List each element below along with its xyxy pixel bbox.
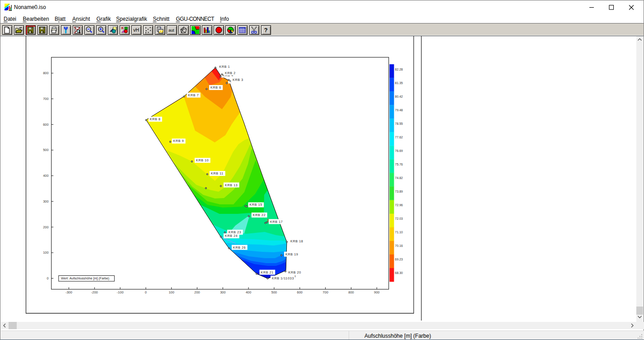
svg-text:KRB 7: KRB 7	[188, 94, 199, 97]
svg-text:300: 300	[43, 199, 49, 203]
svg-text:KRB 10: KRB 10	[196, 159, 209, 162]
svg-text:KRB 20: KRB 20	[289, 271, 301, 274]
svg-text:500: 500	[271, 290, 277, 294]
svg-text:700: 700	[322, 290, 328, 294]
svg-text:100: 100	[168, 290, 174, 294]
svg-text:aut: aut	[168, 28, 174, 33]
svg-text:71.10: 71.10	[395, 231, 403, 234]
svg-text:KRB 2: KRB 2	[225, 71, 236, 74]
svg-text:KRB 26: KRB 26	[233, 246, 246, 249]
svg-text:82.28: 82.28	[395, 68, 403, 71]
svg-text:76.69: 76.69	[395, 149, 403, 152]
svg-text:0: 0	[47, 276, 49, 280]
svg-text:KRB 8: KRB 8	[150, 118, 161, 121]
svg-text:KRB 22: KRB 22	[253, 213, 266, 217]
svg-text:KRB 21: KRB 21	[261, 270, 274, 274]
svg-text:KRB 24: KRB 24	[225, 234, 238, 237]
svg-text:KRB 1/11033: KRB 1/11033	[272, 276, 294, 279]
svg-text:69.23: 69.23	[395, 258, 403, 261]
svg-text:KRB 15: KRB 15	[250, 203, 262, 206]
svg-text:81.35: 81.35	[395, 81, 403, 85]
svg-text:3: 3	[294, 275, 296, 278]
svg-text:75.76: 75.76	[395, 163, 403, 166]
svg-text:-100: -100	[117, 290, 124, 294]
svg-text:200: 200	[194, 290, 200, 294]
svg-text:KRB 6: KRB 6	[210, 86, 221, 89]
svg-text:73.89: 73.89	[395, 190, 403, 193]
svg-text:700: 700	[43, 97, 49, 101]
svg-text:100: 100	[43, 250, 49, 255]
svg-text:72.96: 72.96	[395, 203, 403, 207]
svg-text:KRB 3: KRB 3	[233, 78, 243, 81]
svg-text:78.55: 78.55	[395, 122, 403, 125]
svg-text:800: 800	[43, 71, 49, 75]
svg-text:74.82: 74.82	[395, 176, 403, 179]
svg-text:300: 300	[220, 290, 226, 294]
svg-text:72.03: 72.03	[395, 217, 403, 220]
svg-text:80.42: 80.42	[395, 95, 403, 98]
svg-text:0: 0	[145, 290, 147, 294]
svg-text:600: 600	[43, 123, 49, 127]
svg-text:800: 800	[348, 290, 354, 294]
svg-text:600: 600	[297, 290, 303, 294]
svg-text:KRB 11: KRB 11	[211, 172, 224, 175]
svg-text:?: ?	[264, 27, 268, 33]
svg-text:400: 400	[246, 290, 252, 294]
svg-text:-200: -200	[91, 290, 98, 294]
svg-text:vH: vH	[133, 27, 139, 33]
svg-text:68.30: 68.30	[395, 271, 403, 274]
svg-text:77.62: 77.62	[395, 136, 403, 139]
svg-text:-300: -300	[65, 290, 72, 294]
svg-text:KRB 9: KRB 9	[173, 139, 184, 142]
svg-text:70.16: 70.16	[395, 244, 403, 247]
svg-text:KRB 13: KRB 13	[225, 183, 238, 186]
svg-text:KRB 1: KRB 1	[219, 65, 230, 68]
svg-text:900: 900	[374, 290, 380, 294]
svg-text:Wert: Aufschlusshöhe [m] (Farb: Wert: Aufschlusshöhe [m] (Farbe)	[61, 276, 109, 280]
svg-text:200: 200	[43, 225, 49, 229]
svg-text:KRB 18: KRB 18	[290, 240, 303, 243]
svg-text:400: 400	[43, 174, 49, 178]
svg-text:79.48: 79.48	[395, 109, 403, 112]
svg-text:500: 500	[43, 148, 49, 152]
svg-text:K: K	[121, 26, 124, 30]
svg-text:KRB 19: KRB 19	[285, 252, 298, 255]
svg-text:KRB 23: KRB 23	[229, 231, 241, 234]
svg-text:KRB 17: KRB 17	[270, 220, 283, 223]
